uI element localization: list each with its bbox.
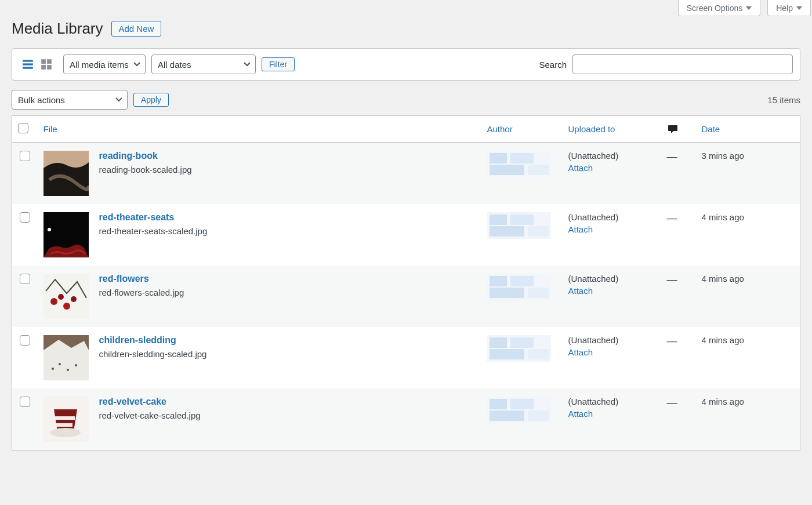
comments-count: — — [667, 397, 677, 408]
media-title-link[interactable]: children-sledding — [99, 335, 176, 346]
attach-link[interactable]: Attach — [568, 347, 655, 357]
col-uploaded-header[interactable]: Uploaded to — [568, 124, 615, 134]
grid-view-button[interactable] — [38, 56, 55, 73]
table-row: children-sledding children-sledding-scal… — [12, 327, 800, 388]
author-cell — [487, 335, 551, 362]
media-filename: red-velvet-cake-scaled.jpg — [99, 410, 201, 420]
media-filename: children-sledding-scaled.jpg — [99, 349, 207, 359]
media-filename: reading-book-scaled.jpg — [99, 165, 192, 175]
attach-link[interactable]: Attach — [568, 286, 655, 296]
svg-point-11 — [50, 298, 57, 305]
svg-point-9 — [48, 228, 51, 231]
media-filename: red-theater-seats-scaled.jpg — [99, 226, 208, 236]
media-title-link[interactable]: reading-book — [99, 151, 158, 161]
date-cell: 3 mins ago — [696, 143, 800, 205]
attach-link[interactable]: Attach — [568, 163, 655, 173]
help-button[interactable]: Help — [767, 0, 811, 16]
author-cell — [487, 212, 551, 239]
author-cell — [487, 151, 551, 177]
media-table: File Author Uploaded to Date reading-boo… — [12, 115, 800, 450]
date-filter[interactable]: All dates — [151, 55, 256, 74]
svg-rect-6 — [47, 65, 52, 70]
media-type-filter[interactable]: All media items — [63, 55, 146, 74]
uploaded-status: (Unattached) — [568, 335, 619, 345]
comments-count: — — [667, 212, 677, 224]
help-label: Help — [776, 3, 793, 13]
author-cell — [487, 397, 551, 423]
search-label: Search — [539, 60, 567, 70]
svg-point-12 — [58, 294, 64, 300]
svg-point-14 — [71, 296, 77, 302]
row-checkbox[interactable] — [20, 274, 30, 284]
uploaded-status: (Unattached) — [568, 274, 619, 284]
svg-rect-2 — [23, 67, 33, 68]
media-title-link[interactable]: red-flowers — [99, 274, 149, 284]
media-filename: red-flowers-scaled.jpg — [99, 288, 184, 297]
row-checkbox[interactable] — [20, 397, 30, 407]
svg-rect-4 — [47, 59, 52, 64]
svg-rect-22 — [56, 423, 72, 427]
page-title: Media Library — [12, 20, 103, 38]
apply-bulk-button[interactable]: Apply — [133, 93, 169, 107]
comments-count: — — [667, 274, 677, 285]
svg-rect-3 — [41, 59, 46, 64]
list-icon — [21, 58, 34, 71]
chevron-down-icon — [746, 6, 752, 10]
item-count: 15 items — [767, 95, 800, 105]
col-author-header[interactable]: Author — [487, 124, 513, 134]
uploaded-status: (Unattached) — [568, 151, 619, 161]
svg-point-23 — [50, 428, 81, 437]
media-thumbnail[interactable] — [44, 212, 89, 257]
add-new-button[interactable]: Add New — [111, 21, 162, 37]
svg-point-16 — [52, 368, 54, 370]
date-cell: 4 mins ago — [696, 266, 800, 327]
screen-options-label: Screen Options — [687, 3, 743, 13]
row-checkbox[interactable] — [20, 151, 30, 161]
col-file-header[interactable]: File — [44, 124, 57, 134]
svg-rect-5 — [41, 65, 46, 70]
media-title-link[interactable]: red-theater-seats — [99, 212, 175, 223]
table-row: red-flowers red-flowers-scaled.jpg (Unat… — [12, 266, 800, 327]
svg-point-13 — [63, 303, 70, 310]
svg-point-19 — [75, 364, 77, 366]
media-thumbnail[interactable] — [44, 274, 89, 319]
media-thumbnail[interactable] — [44, 335, 89, 380]
attach-link[interactable]: Attach — [568, 409, 655, 419]
comments-count: — — [667, 335, 677, 347]
svg-point-18 — [67, 369, 69, 371]
comments-count: — — [667, 151, 677, 162]
table-row: reading-book reading-book-scaled.jpg (Un… — [12, 143, 800, 205]
table-row: red-theater-seats red-theater-seats-scal… — [12, 204, 800, 266]
svg-rect-0 — [23, 60, 33, 61]
list-view-button[interactable] — [19, 56, 37, 73]
date-cell: 4 mins ago — [696, 327, 800, 388]
uploaded-status: (Unattached) — [568, 212, 619, 222]
media-thumbnail[interactable] — [44, 151, 89, 196]
author-cell — [487, 274, 551, 300]
svg-rect-10 — [44, 274, 89, 319]
bulk-actions-select[interactable]: Bulk actions — [12, 90, 128, 110]
svg-rect-21 — [55, 416, 75, 420]
search-input[interactable] — [572, 55, 793, 74]
chevron-down-icon — [796, 6, 802, 10]
media-thumbnail[interactable] — [44, 397, 89, 442]
comments-icon — [667, 123, 679, 135]
filter-button[interactable]: Filter — [262, 57, 295, 71]
date-cell: 4 mins ago — [696, 204, 800, 266]
svg-point-17 — [59, 363, 61, 365]
attach-link[interactable]: Attach — [568, 224, 655, 234]
screen-options-button[interactable]: Screen Options — [678, 0, 761, 16]
select-all-checkbox[interactable] — [18, 123, 28, 133]
date-cell: 4 mins ago — [696, 388, 800, 450]
grid-icon — [40, 58, 53, 71]
row-checkbox[interactable] — [20, 212, 30, 223]
uploaded-status: (Unattached) — [568, 397, 619, 406]
media-title-link[interactable]: red-velvet-cake — [99, 397, 167, 407]
filter-toolbar: All media items All dates Filter Search — [12, 48, 800, 81]
table-row: red-velvet-cake red-velvet-cake-scaled.j… — [12, 388, 800, 450]
svg-rect-1 — [23, 63, 33, 65]
row-checkbox[interactable] — [20, 335, 30, 346]
col-date-header[interactable]: Date — [702, 124, 720, 134]
